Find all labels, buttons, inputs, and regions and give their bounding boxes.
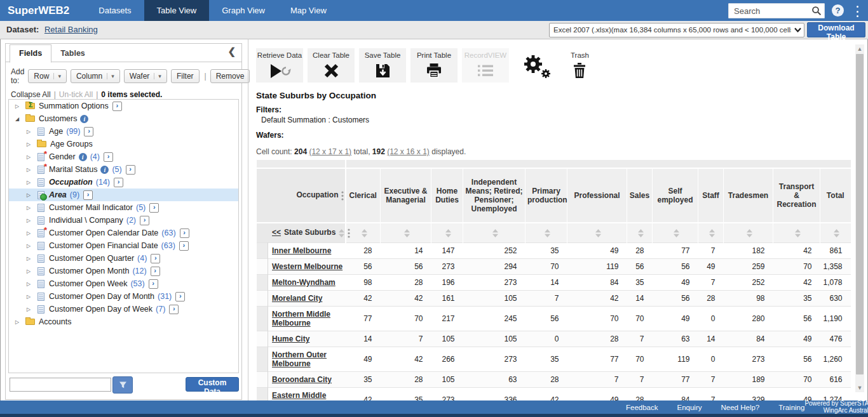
nav-tab-graph-view[interactable]: Graph View (209, 0, 278, 21)
retrieve-data-button[interactable]: Retrieve Data (256, 48, 303, 83)
chevron-down-icon[interactable]: ▾ (53, 73, 61, 79)
add-to-table-button[interactable]: › (179, 241, 189, 251)
column-header-executive-managerial[interactable]: Executive & Managerial (381, 168, 431, 223)
tree-item-label[interactable]: Accounts (39, 317, 71, 326)
column-header-tradesmen[interactable]: Tradesmen (724, 168, 773, 223)
tree-item-customer-open-month[interactable]: ▷Customer Open Month(12)› (9, 265, 238, 277)
sort-icon[interactable] (637, 228, 644, 238)
tree-item-label[interactable]: Age Groups (50, 140, 93, 149)
sort-icon[interactable] (673, 228, 680, 238)
sort-cell-staff[interactable] (698, 223, 724, 243)
collapse-toggle-icon[interactable]: ◢ (15, 116, 25, 122)
scroll-down-arrow-icon[interactable]: ▼ (855, 383, 864, 392)
nav-tab-table-view[interactable]: Table View (144, 0, 210, 21)
column-header-self-employed[interactable]: Self employed (653, 168, 698, 223)
tree-item-customer-open-week[interactable]: ▷Customer Open Week(53)› (9, 277, 238, 290)
expand-toggle-icon[interactable]: ▷ (15, 103, 25, 109)
search-input[interactable] (733, 4, 810, 17)
expand-toggle-icon[interactable]: ▷ (27, 281, 36, 287)
tree-item-label[interactable]: Age (49, 127, 63, 136)
expand-toggle-icon[interactable]: ▷ (27, 218, 36, 223)
sort-cell-professional[interactable] (567, 223, 627, 243)
sort-cell-executive-managerial[interactable] (381, 223, 431, 243)
column-header-staff[interactable]: Staff (698, 168, 724, 223)
expand-toggle-icon[interactable]: ▷ (27, 205, 36, 211)
scrollbar-thumb[interactable] (856, 54, 864, 374)
add-to-table-button[interactable]: › (169, 305, 179, 314)
row-link-moreland-city[interactable]: Moreland City (272, 294, 322, 303)
dataset-link[interactable]: Retail Banking (44, 25, 98, 34)
chevron-down-icon[interactable]: ▾ (107, 73, 114, 79)
add-to-column-button[interactable]: Column▾ (71, 69, 120, 83)
tree-item-label[interactable]: Customers (39, 114, 77, 123)
column-header-home-duties[interactable]: Home Duties (431, 168, 463, 223)
sort-cell-self-employed[interactable] (653, 223, 698, 243)
tree-item-label[interactable]: Customer Mail Indicator (49, 203, 133, 212)
sort-cell-clerical[interactable] (346, 223, 381, 243)
tree-item-label[interactable]: Customer Open Day of Week (49, 305, 153, 314)
row-link-hume-city[interactable]: Hume City (272, 334, 309, 343)
add-to-table-button[interactable]: › (151, 267, 160, 276)
sort-icon[interactable] (833, 228, 840, 238)
print-table-button[interactable]: Print Table (410, 48, 458, 83)
expand-toggle-icon[interactable]: ▷ (27, 243, 36, 249)
add-to-table-button[interactable]: › (104, 152, 113, 162)
column-menu-icon[interactable] (341, 191, 344, 201)
row-link-boroondara-city[interactable]: Boroondara City (272, 375, 332, 384)
sort-cell-total[interactable] (820, 223, 851, 243)
tree-item-accounts[interactable]: ▷Accounts (9, 315, 238, 328)
expand-toggle-icon[interactable]: ▷ (27, 142, 36, 147)
export-format-select[interactable]: Excel 2007 (.xlsx)(max 16,384 columns x … (549, 23, 804, 37)
tree-item-customers[interactable]: ◢Customersi (9, 112, 238, 125)
sort-icon[interactable] (338, 228, 345, 238)
expand-toggle-icon[interactable]: ▷ (27, 129, 36, 135)
column-header-professional[interactable]: Professional (567, 168, 627, 223)
footer-link-feedback[interactable]: Feedback (626, 404, 658, 411)
tree-item-summation-options[interactable]: ▷Summation Options› (9, 100, 238, 112)
tree-item-customer-open-financial-date[interactable]: ▷Customer Open Financial Date(63)› (9, 239, 238, 252)
info-icon[interactable]: i (80, 115, 88, 123)
untick-all-link[interactable]: Un-tick All (59, 90, 93, 99)
row-link-northern-middle-melbourne[interactable]: Northern Middle Melbourne (272, 310, 330, 328)
row-link-melton-wyndham[interactable]: Melton-Wyndham (272, 278, 336, 287)
column-header-independent-means-retired-pensioner-unemployed[interactable]: Independent Means; Retired; Pensioner; U… (463, 168, 526, 223)
add-to-table-button[interactable]: › (149, 279, 158, 289)
footer-link-training[interactable]: Training (778, 404, 804, 411)
tree-item-label[interactable]: Customer Open Day of Month (49, 292, 154, 301)
tree-item-label[interactable]: Individual \ Company (49, 216, 123, 225)
expand-toggle-icon[interactable]: ▷ (27, 268, 36, 274)
vertical-scrollbar[interactable]: ▲ ▼ (855, 44, 864, 392)
tree-item-customer-open-day-of-month[interactable]: ▷Customer Open Day of Month(31)› (9, 290, 238, 303)
sidebar-tab-tables[interactable]: Tables (51, 45, 94, 62)
sort-icon[interactable] (445, 228, 452, 238)
sort-icon[interactable] (794, 228, 801, 238)
column-header-clerical[interactable]: Clerical (346, 168, 381, 223)
tree-item-label[interactable]: Customer Open Quarter (49, 254, 134, 263)
expand-toggle-icon[interactable]: ▷ (27, 192, 36, 198)
sort-icon[interactable] (746, 228, 753, 238)
tree-item-label[interactable]: Area (49, 190, 67, 199)
add-to-table-button[interactable]: › (126, 165, 135, 175)
add-to-table-button[interactable]: › (140, 216, 149, 225)
nav-tab-map-view[interactable]: Map View (278, 0, 339, 21)
add-to-row-button[interactable]: Row▾ (28, 69, 67, 83)
shift-axis-link[interactable]: << (272, 228, 281, 237)
add-to-table-button[interactable]: › (84, 127, 93, 136)
add-to-wafer-button[interactable]: Wafer▾ (124, 69, 167, 83)
row-link-western-melbourne[interactable]: Western Melbourne (272, 262, 342, 271)
info-icon[interactable]: i (100, 166, 109, 174)
table-options-gears-icon[interactable] (522, 53, 553, 83)
add-to-table-button[interactable]: › (180, 228, 189, 238)
tree-item-label[interactable]: Customer Open Week (49, 279, 127, 288)
chevron-down-icon[interactable]: ▾ (154, 73, 161, 79)
footer-link-enquiry[interactable]: Enquiry (677, 404, 702, 411)
tree-item-label[interactable]: Customer Open Month (49, 267, 129, 275)
tree-item-customer-mail-indicator[interactable]: ▷Customer Mail Indicator(5)› (9, 201, 238, 214)
tree-item-occupation[interactable]: ▷Occupation(14)› (9, 176, 238, 189)
total-dims-link[interactable]: (12 x 17 x 1) (309, 147, 351, 156)
sort-cell-independent-means-retired-pensioner-unemployed[interactable] (463, 223, 526, 243)
expand-toggle-icon[interactable]: ▷ (27, 230, 36, 236)
add-to-table-button[interactable]: › (83, 190, 93, 200)
column-header-sales[interactable]: Sales (627, 168, 653, 223)
expand-toggle-icon[interactable]: ▷ (27, 180, 36, 185)
